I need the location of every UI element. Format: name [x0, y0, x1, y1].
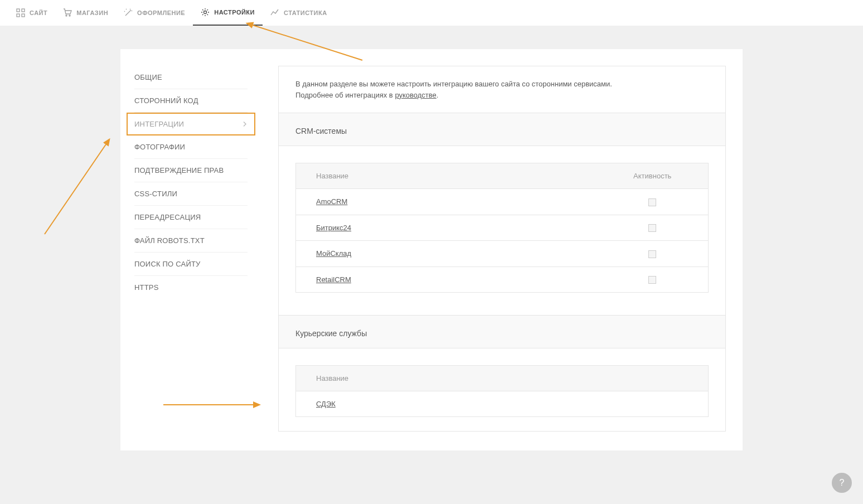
checkbox[interactable]: [648, 224, 656, 232]
integration-link[interactable]: AmoCRM: [316, 197, 347, 206]
sidebar-item-label: ИНТЕГРАЦИИ: [134, 120, 184, 128]
svg-line-8: [45, 143, 107, 234]
help-button[interactable]: ?: [832, 473, 852, 493]
section-body-courier: Название СДЭК: [279, 348, 725, 431]
nav-settings[interactable]: НАСТРОЙКИ: [193, 0, 263, 26]
section-body-crm: Название Активность AmoCRM Битрикс24: [279, 146, 725, 315]
sidebar-item-photos[interactable]: ФОТОГРАФИИ: [134, 135, 248, 159]
svg-point-4: [66, 15, 67, 16]
nav-label: ОФОРМЛЕНИЕ: [137, 9, 185, 16]
table-row: СДЭК: [296, 391, 709, 417]
table-row: RetailCRM: [296, 266, 709, 293]
table-row: AmoCRM: [296, 189, 709, 215]
svg-point-6: [204, 11, 207, 13]
main-container: ОБЩИЕ СТОРОННИЙ КОД ИНТЕГРАЦИИ ФОТОГРАФИ…: [120, 49, 743, 450]
gear-icon: [201, 8, 210, 17]
info-line1: В данном разделе вы можете настроить инт…: [295, 79, 709, 90]
courier-table: Название СДЭК: [295, 365, 709, 417]
sidebar-item-redirect[interactable]: ПЕРЕАДРЕСАЦИЯ: [134, 206, 248, 229]
nav-label: САЙТ: [30, 9, 47, 16]
svg-rect-3: [22, 14, 25, 17]
cart-icon: [63, 8, 72, 17]
nav-label: МАГАЗИН: [76, 9, 108, 16]
info-line2: Подробнее об интеграциях в руководстве.: [295, 90, 709, 101]
svg-rect-0: [17, 9, 20, 12]
svg-rect-2: [17, 14, 20, 17]
sidebar: ОБЩИЕ СТОРОННИЙ КОД ИНТЕГРАЦИИ ФОТОГРАФИ…: [120, 49, 261, 450]
checkbox[interactable]: [648, 276, 656, 284]
checkbox[interactable]: [648, 198, 656, 206]
grid-icon: [16, 8, 25, 17]
col-name: Название: [296, 163, 597, 189]
sidebar-item-thirdparty[interactable]: СТОРОННИЙ КОД: [134, 89, 248, 113]
chart-icon: [270, 8, 279, 17]
content: В данном разделе вы можете настроить инт…: [261, 49, 743, 450]
nav-design[interactable]: ОФОРМЛЕНИЕ: [116, 0, 193, 26]
integration-link[interactable]: МойСклад: [316, 249, 351, 258]
nav-label: СТАТИСТИКА: [284, 9, 327, 16]
sidebar-item-https[interactable]: HTTPS: [134, 276, 248, 299]
crm-table: Название Активность AmoCRM Битрикс24: [295, 163, 709, 293]
sidebar-item-rights[interactable]: ПОДТВЕРЖДЕНИЕ ПРАВ: [134, 159, 248, 182]
nav-shop[interactable]: МАГАЗИН: [55, 0, 116, 26]
col-name: Название: [296, 366, 709, 391]
table-row: Битрикс24: [296, 215, 709, 241]
nav-label: НАСТРОЙКИ: [214, 9, 255, 16]
checkbox[interactable]: [648, 250, 656, 258]
sidebar-item-general[interactable]: ОБЩИЕ: [134, 66, 248, 89]
section-header-crm: CRM-системы: [279, 113, 725, 146]
sidebar-item-search[interactable]: ПОИСК ПО САЙТУ: [134, 253, 248, 276]
integration-link[interactable]: RetailCRM: [316, 275, 351, 284]
integration-link[interactable]: Битрикс24: [316, 224, 351, 232]
chevron-right-icon: [243, 120, 246, 128]
top-nav: САЙТ МАГАЗИН ОФОРМЛЕНИЕ НАСТРОЙКИ СТАТИС…: [0, 0, 863, 26]
svg-rect-1: [22, 9, 25, 12]
info-text: В данном разделе вы можете настроить инт…: [279, 66, 725, 113]
sidebar-item-robots[interactable]: ФАЙЛ ROBOTS.TXT: [134, 229, 248, 253]
sidebar-item-integrations[interactable]: ИНТЕГРАЦИИ: [127, 113, 255, 135]
integration-link[interactable]: СДЭК: [316, 400, 336, 408]
section-header-courier: Курьерские службы: [279, 315, 725, 348]
magic-wand-icon: [124, 8, 133, 17]
nav-site[interactable]: САЙТ: [8, 0, 55, 26]
guide-link[interactable]: руководстве: [395, 91, 436, 99]
svg-point-5: [69, 15, 70, 16]
col-activity: Активность: [597, 163, 709, 189]
table-row: МойСклад: [296, 241, 709, 267]
nav-stats[interactable]: СТАТИСТИКА: [263, 0, 335, 26]
content-panel: В данном разделе вы можете настроить инт…: [278, 66, 726, 432]
sidebar-item-css[interactable]: CSS-СТИЛИ: [134, 182, 248, 206]
arrow-annotation-2: [40, 138, 113, 239]
